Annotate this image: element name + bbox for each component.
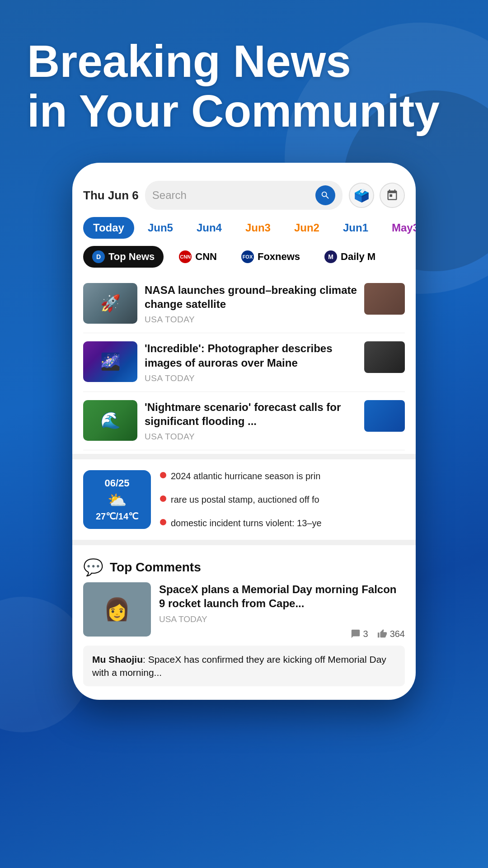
source-tab-daily[interactable]: M Daily M (315, 246, 385, 268)
news-list: NASA launches ground–breaking climate ch… (72, 275, 416, 450)
daily-dot: M (324, 250, 337, 263)
source-tab-cnn[interactable]: CNN CNN (170, 246, 226, 268)
article-title: SpaceX plans a Memorial Day morning Falc… (159, 582, 405, 610)
comment-username: Mu Shaojiu (92, 654, 143, 665)
weather-strip: 06/25 ⛅ 27℃/14℃ 2024 atlantic hurricane … (72, 463, 416, 536)
weather-temp: 27℃/14℃ (96, 511, 138, 522)
tab-jun2[interactable]: Jun2 (284, 217, 329, 239)
search-button[interactable] (315, 185, 335, 205)
article-source: USA TODAY (159, 614, 405, 624)
bullet-dot-3 (160, 519, 166, 525)
article-stats: 3 364 (159, 629, 405, 639)
article-row: SpaceX plans a Memorial Day morning Falc… (83, 582, 405, 645)
news-source-1: USA TODAY (145, 315, 357, 325)
bullet-text-3: domestic incident turns violent: 13–ye (171, 517, 322, 529)
date-tabs: Today Jun5 Jun4 Jun3 Jun2 Jun1 May31 (72, 217, 416, 246)
bullet-3[interactable]: domestic incident turns violent: 13–ye (160, 517, 405, 529)
search-icon (320, 190, 330, 200)
weather-card[interactable]: 06/25 ⛅ 27℃/14℃ (83, 470, 151, 529)
news-side-thumb-1 (364, 283, 405, 315)
weather-date: 06/25 (104, 477, 129, 489)
news-side-thumb-3 (364, 400, 405, 432)
daily-label: Daily M (341, 251, 375, 263)
like-count-value: 364 (390, 629, 405, 639)
tab-jun3[interactable]: Jun3 (235, 217, 281, 239)
phone-screen: Thu Jun 6 Search 🗳️ (72, 163, 416, 700)
current-date: Thu Jun 6 (83, 189, 139, 203)
calendar-icon-svg (386, 189, 399, 202)
like-count: 364 (377, 629, 405, 639)
fox-label: Foxnews (258, 251, 300, 263)
news-title-1: NASA launches ground–breaking climate ch… (145, 283, 357, 311)
news-bullets: 2024 atlantic hurricane season is prin r… (151, 470, 405, 529)
bullet-text-1: 2024 atlantic hurricane season is prin (171, 470, 320, 482)
section-divider (72, 454, 416, 459)
news-item-2[interactable]: 'Incredible': Photographer describes ima… (83, 333, 405, 392)
vote-button[interactable]: 🗳️ (349, 183, 374, 208)
calendar-button[interactable] (380, 183, 405, 208)
tab-jun1[interactable]: Jun1 (333, 217, 378, 239)
search-placeholder-text: Search (152, 189, 312, 202)
tab-today[interactable]: Today (83, 217, 134, 239)
hero-title: Breaking News in Your Community (27, 36, 461, 136)
news-thumb-2 (83, 341, 137, 382)
like-icon (377, 629, 387, 639)
source-tab-foxnews[interactable]: FOX Foxnews (232, 246, 309, 268)
comment-article[interactable]: SpaceX plans a Memorial Day morning Falc… (72, 582, 416, 645)
weather-icon: ⛅ (108, 491, 127, 509)
bullet-1[interactable]: 2024 atlantic hurricane season is prin (160, 470, 405, 482)
bullet-text-2: rare us postal stamp, auctioned off fo (171, 494, 319, 505)
source-tab-topnews[interactable]: D Top News (83, 246, 164, 268)
section-divider-2 (72, 540, 416, 545)
cnn-label: CNN (195, 251, 217, 263)
top-icons: 🗳️ (349, 183, 405, 208)
comments-section-title: Top Comments (110, 560, 201, 575)
news-content-2: 'Incredible': Photographer describes ima… (145, 341, 357, 383)
source-tabs: D Top News CNN CNN FOX Foxnews M Daily M (72, 246, 416, 275)
bullet-dot-1 (160, 472, 166, 478)
news-thumb-1 (83, 283, 137, 324)
news-content-3: 'Nightmare scenario' forecast calls for … (145, 400, 357, 442)
top-comments-header: 💬 Top Comments (72, 549, 416, 582)
bottom-spacer (72, 686, 416, 700)
hero-section: Breaking News in Your Community (0, 0, 488, 154)
comment-count: 3 (351, 629, 368, 639)
news-item-1[interactable]: NASA launches ground–breaking climate ch… (83, 275, 405, 333)
cnn-dot: CNN (179, 250, 192, 263)
top-bar: Thu Jun 6 Search 🗳️ (72, 176, 416, 217)
news-source-3: USA TODAY (145, 432, 357, 442)
news-content-1: NASA launches ground–breaking climate ch… (145, 283, 357, 325)
news-side-thumb-2 (364, 341, 405, 373)
bullet-dot-2 (160, 495, 166, 502)
fox-dot: FOX (241, 250, 254, 263)
topnews-dot: D (92, 250, 105, 263)
tab-jun5[interactable]: Jun5 (138, 217, 183, 239)
tab-jun4[interactable]: Jun4 (187, 217, 232, 239)
comments-emoji: 💬 (83, 558, 103, 577)
comment-count-value: 3 (363, 629, 368, 639)
topnews-label: Top News (108, 251, 155, 263)
article-thumbnail (83, 582, 151, 637)
news-title-2: 'Incredible': Photographer describes ima… (145, 341, 357, 369)
article-info: SpaceX plans a Memorial Day morning Falc… (159, 582, 405, 639)
search-bar[interactable]: Search (145, 181, 343, 210)
news-title-3: 'Nightmare scenario' forecast calls for … (145, 400, 357, 428)
news-source-2: USA TODAY (145, 373, 357, 383)
news-thumb-3 (83, 400, 137, 441)
comment-text: Mu Shaojiu: SpaceX has confirmed they ar… (92, 653, 396, 679)
comment-preview[interactable]: Mu Shaojiu: SpaceX has confirmed they ar… (83, 646, 405, 687)
comment-icon (351, 629, 361, 639)
phone-mockup: Thu Jun 6 Search 🗳️ (0, 163, 488, 700)
tab-may31[interactable]: May31 (382, 217, 416, 239)
news-item-3[interactable]: 'Nightmare scenario' forecast calls for … (83, 392, 405, 450)
bullet-2[interactable]: rare us postal stamp, auctioned off fo (160, 494, 405, 505)
